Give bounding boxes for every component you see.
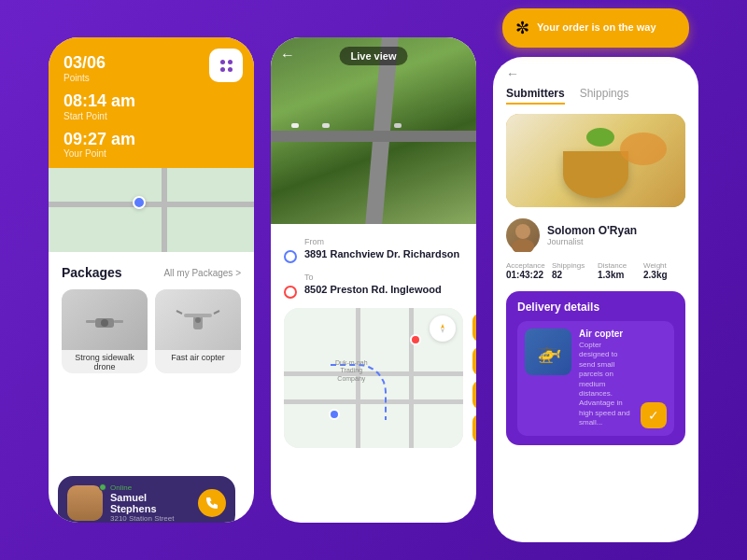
user-stats-row: Acceptance 01:43:22 Shippings 82 Distanc… <box>506 261 685 280</box>
from-address: 3891 Ranchview Dr. Richardson <box>304 248 459 260</box>
card1-header: 03/06 Points 08:14 am Start Point 09:27 … <box>49 37 254 252</box>
package-item-copter[interactable]: Fast air copter <box>155 289 241 373</box>
live-badge: Live view <box>340 47 408 65</box>
to-address: 8502 Preston Rd. Inglewood <box>304 284 442 296</box>
end-time-value: 09:27 am <box>63 131 239 149</box>
banner-text: Your order is on the way <box>537 21 656 34</box>
online-indicator <box>99 483 106 491</box>
user-avatar <box>67 485 103 521</box>
user-info: Online Samuel Stephens 3210 Station Stre… <box>110 483 190 523</box>
control-plus[interactable]: + <box>472 347 476 375</box>
confirm-button[interactable]: ✓ <box>641 402 667 428</box>
to-icon <box>284 286 297 299</box>
back-button[interactable]: ← <box>506 66 685 81</box>
start-time-label: Start Point <box>63 111 239 121</box>
map-preview <box>49 168 254 252</box>
user-strip[interactable]: Online Samuel Stephens 3210 Station Stre… <box>58 476 235 523</box>
control-minus[interactable]: − <box>472 381 476 409</box>
phone-icon <box>205 497 218 510</box>
drone-icon <box>81 301 128 339</box>
card3-wrapper: ✼ Your order is on the way ← Submitters … <box>493 18 698 542</box>
svg-line-7 <box>176 311 182 314</box>
card2-body: From 3891 Ranchview Dr. Richardson To 85… <box>271 224 476 523</box>
acceptance-value: 01:43:22 <box>506 270 548 280</box>
user-detail: Solomon O'Ryan Journalist <box>547 224 637 246</box>
to-label: To <box>304 273 442 282</box>
delivery-title: Delivery details <box>517 301 674 314</box>
user-online-status: Online <box>110 483 190 492</box>
control-arrow-right[interactable]: → <box>472 314 476 342</box>
card3-body: ← Submitters Shippings <box>493 57 698 542</box>
copter-icon <box>175 301 221 339</box>
to-route-row: To 8502 Preston Rd. Inglewood <box>284 273 463 299</box>
svg-point-3 <box>101 319 108 327</box>
packages-title: Packages <box>62 265 122 280</box>
user-address: 3210 Station Street <box>110 514 190 523</box>
svg-point-12 <box>512 239 534 252</box>
delivery-details-section: Delivery details 🚁 Air copter Copter des… <box>506 291 685 445</box>
grid-menu-button[interactable] <box>209 49 243 82</box>
food-photo <box>506 114 685 207</box>
compass-button[interactable] <box>430 315 456 342</box>
acceptance-stat: Acceptance 01:43:22 <box>506 261 548 280</box>
svg-rect-2 <box>114 320 123 323</box>
copter-label: Fast air copter <box>155 350 241 365</box>
back-arrow-icon[interactable]: ← <box>280 47 295 63</box>
distance-value: 1.3km <box>598 270 640 280</box>
svg-rect-1 <box>86 320 95 323</box>
food-item1 <box>620 133 667 165</box>
tab-shippings[interactable]: Shippings <box>580 87 629 105</box>
packages-all-link[interactable]: All my Packages > <box>163 268 241 278</box>
distance-stat: Distance 1.3km <box>598 261 640 280</box>
card-route: Live view ← From 3891 Ranchview Dr. Rich… <box>271 37 476 523</box>
weight-value: 2.3kg <box>643 270 685 280</box>
call-button[interactable] <box>198 489 226 517</box>
delivery-info: Air copter Copter designed to send small… <box>579 329 633 428</box>
svg-marker-10 <box>441 329 444 333</box>
live-view-map: Live view ← <box>271 37 476 224</box>
acceptance-label: Acceptance <box>506 261 548 270</box>
drone-thumbnail: 🚁 <box>525 329 571 375</box>
tab-bar: Submitters Shippings <box>506 87 685 105</box>
user-avatar-svg <box>506 218 540 252</box>
dots-grid-icon <box>220 60 233 72</box>
from-route-row: From 3891 Ranchview Dr. Richardson <box>284 237 463 263</box>
svg-marker-9 <box>441 324 444 329</box>
end-time-label: Your Point <box>63 148 239 159</box>
user-name: Samuel Stephens <box>110 492 190 514</box>
card-map-packages: 03/06 Points 08:14 am Start Point 09:27 … <box>49 37 254 523</box>
bowl-shape <box>563 151 628 198</box>
banner-drone-icon: ✼ <box>515 18 529 38</box>
copter-image <box>155 289 241 350</box>
weight-stat: Weight 2.3kg <box>643 261 685 280</box>
package-item-drone[interactable]: Strong sidewalk drone <box>62 289 148 373</box>
svg-point-11 <box>515 224 530 239</box>
shippings-label: Shippings <box>552 261 594 270</box>
end-pin <box>410 334 421 345</box>
aerial-photo <box>271 37 476 224</box>
svg-point-6 <box>195 317 201 323</box>
user-role: Journalist <box>547 237 637 246</box>
user-thumbnail <box>506 218 540 252</box>
drone-image <box>62 289 148 350</box>
user-full-name: Solomon O'Ryan <box>547 224 637 237</box>
delivery-card: 🚁 Air copter Copter designed to send sma… <box>517 321 674 436</box>
end-time-stat: 09:27 am Your Point <box>63 131 239 160</box>
packages-header: Packages All my Packages > <box>62 265 241 280</box>
control-arrow-left[interactable]: ← <box>472 414 476 442</box>
user-profile-row: Solomon O'Ryan Journalist <box>506 218 685 252</box>
svg-line-8 <box>214 311 219 314</box>
packages-grid: Strong sidewalk drone Fast air copter <box>62 289 241 373</box>
distance-label: Distance <box>598 261 640 270</box>
order-banner: ✼ Your order is on the way <box>502 8 689 48</box>
card-order-tracking: ← Submitters Shippings <box>493 57 698 542</box>
drone-name: Air copter <box>579 329 633 339</box>
start-time-value: 08:14 am <box>63 92 239 111</box>
drone-label: Strong sidewalk drone <box>62 350 148 373</box>
from-icon <box>284 250 297 263</box>
tab-submitters[interactable]: Submitters <box>506 87 565 105</box>
start-time-stat: 08:14 am Start Point <box>63 92 239 121</box>
drone-description: Copter designed to send small parcels on… <box>579 341 633 428</box>
from-label: From <box>304 237 459 246</box>
shippings-stat: Shippings 82 <box>552 261 594 280</box>
